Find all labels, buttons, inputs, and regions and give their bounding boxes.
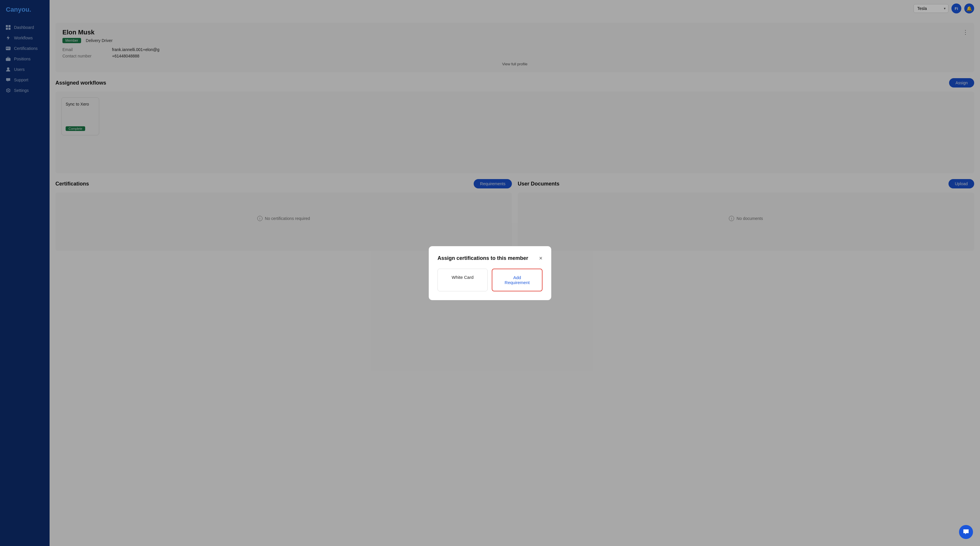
assign-certifications-modal: Assign certifications to this member × W… xyxy=(429,246,551,300)
modal-header: Assign certifications to this member × xyxy=(438,255,542,262)
option-add-requirement-label: Add Requirement xyxy=(504,275,530,285)
option-add-requirement[interactable]: Add Requirement xyxy=(492,269,542,291)
modal-title: Assign certifications to this member xyxy=(438,255,528,261)
modal-options: White Card Add Requirement xyxy=(438,269,542,291)
modal-overlay[interactable]: Assign certifications to this member × W… xyxy=(0,0,980,546)
option-white-card-label: White Card xyxy=(452,275,473,280)
modal-close-button[interactable]: × xyxy=(539,255,542,262)
option-white-card[interactable]: White Card xyxy=(438,269,488,291)
chat-button[interactable] xyxy=(959,525,973,539)
